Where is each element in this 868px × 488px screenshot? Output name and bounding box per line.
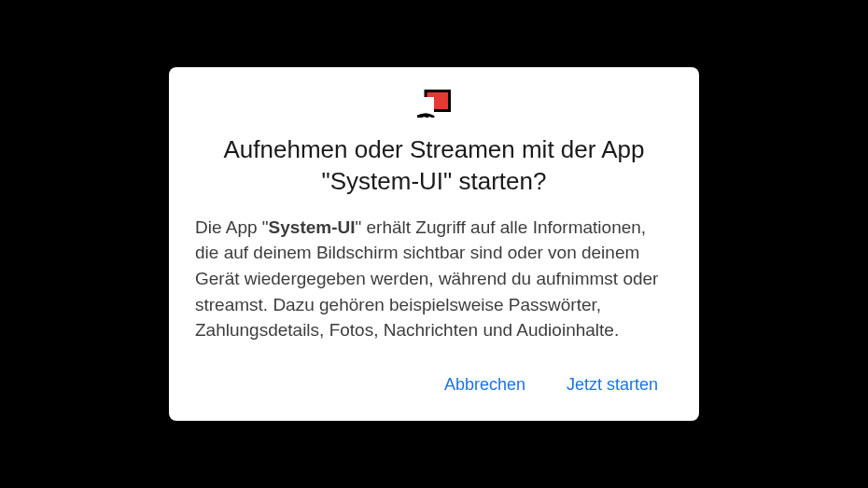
start-button[interactable]: Jetzt starten: [563, 369, 662, 400]
cancel-button[interactable]: Abbrechen: [441, 369, 529, 400]
dialog-title: Aufnehmen oder Streamen mit der App "Sys…: [195, 134, 673, 198]
cast-icon: [417, 90, 451, 118]
dialog-body-prefix: Die App ": [195, 217, 269, 237]
cast-permission-dialog: Aufnehmen oder Streamen mit der App "Sys…: [169, 67, 699, 420]
dialog-buttons: Abbrechen Jetzt starten: [195, 369, 673, 406]
dialog-body: Die App "System-UI" erhält Zugriff auf a…: [195, 215, 673, 343]
dialog-icon-wrap: [195, 90, 673, 118]
dialog-body-app: System-UI: [269, 217, 356, 237]
